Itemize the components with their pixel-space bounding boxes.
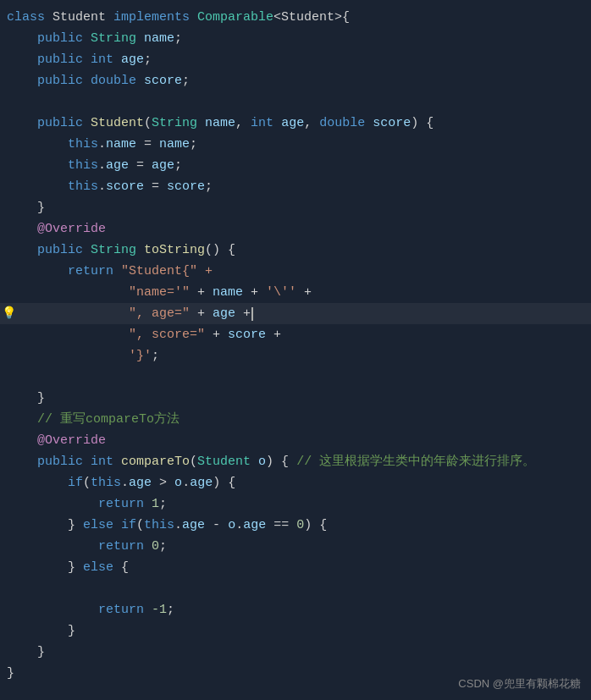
token (7, 410, 37, 430)
token: ; (190, 135, 197, 155)
token: ; (159, 537, 167, 557)
token: ; (174, 29, 182, 49)
token: "name='" (129, 283, 197, 303)
token: . (98, 177, 106, 197)
token (7, 156, 68, 176)
token: ( (83, 473, 91, 493)
token: ; (182, 71, 190, 91)
token: ( (136, 515, 144, 536)
token: ) { (304, 515, 327, 536)
token: > (152, 473, 174, 493)
token: score (144, 71, 182, 91)
token: age (213, 304, 243, 324)
token: age (129, 473, 152, 493)
token: String (91, 240, 144, 261)
token: ", score=" (129, 325, 213, 345)
token: ( (144, 113, 152, 134)
token: int (251, 113, 281, 134)
token: public (37, 452, 91, 472)
token: + (243, 304, 251, 324)
token: else (83, 558, 113, 578)
token: } (7, 621, 75, 642)
token: ; (144, 50, 152, 70)
token: } (7, 664, 14, 684)
token: } (68, 558, 83, 578)
token: "Student{" + (121, 262, 213, 282)
code-line (0, 91, 591, 113)
token: ; (159, 494, 167, 515)
token: '\'' (266, 283, 296, 303)
token: Comparable (197, 8, 273, 28)
token (7, 71, 37, 91)
code-line: @Override (0, 218, 591, 240)
token: int (91, 50, 121, 70)
token (7, 113, 37, 134)
token: name (106, 135, 136, 155)
code-line: 💡 ", age=" + age + (0, 303, 591, 324)
token (7, 177, 68, 197)
code-line: return -1; (0, 599, 591, 620)
token: { (113, 558, 129, 578)
token: name (144, 29, 174, 49)
token: name (213, 283, 243, 303)
token: , (235, 113, 251, 134)
token: ; (152, 346, 159, 367)
token (7, 50, 37, 70)
code-line: this.score = score; (0, 176, 591, 197)
code-line: } else if(this.age - o.age == 0) { (0, 515, 591, 536)
token: toString (144, 240, 205, 261)
token: } (7, 198, 45, 218)
token: score (373, 113, 411, 134)
token: class (7, 8, 52, 28)
token: '}' (129, 346, 152, 367)
token: + (197, 304, 213, 324)
code-line: if(this.age > o.age) { (0, 472, 591, 493)
token (7, 494, 98, 515)
code-line (0, 578, 591, 599)
bulb-icon[interactable]: 💡 (2, 304, 16, 322)
token: Student (52, 8, 113, 28)
token: . (182, 473, 190, 493)
token: 1 (152, 494, 159, 515)
token: -1 (152, 600, 167, 620)
token: o (258, 452, 266, 472)
code-line: public Student(String name, int age, dou… (0, 113, 591, 134)
token: o (174, 473, 182, 493)
token: = (136, 135, 159, 155)
token: public (37, 240, 91, 261)
token: ", age=" (129, 304, 197, 324)
code-line: '}'; (0, 345, 591, 367)
token: . (98, 135, 106, 155)
token (7, 283, 129, 303)
token: score (228, 325, 266, 345)
code-line: @Override (0, 430, 591, 451)
token (7, 219, 37, 240)
code-line: public String toString() { (0, 240, 591, 261)
token: } (7, 389, 45, 409)
token (7, 452, 37, 472)
code-line: } (0, 388, 591, 409)
token: double (91, 71, 144, 91)
token: @Override (37, 431, 106, 451)
token: name (159, 135, 190, 155)
token: ; (205, 177, 213, 197)
token (7, 304, 129, 324)
token (7, 431, 37, 451)
token: return (68, 262, 121, 282)
token: String (152, 113, 205, 134)
token: this (68, 135, 98, 155)
token: this (68, 177, 98, 197)
token: } (7, 642, 45, 663)
token (7, 135, 68, 155)
token (7, 600, 98, 620)
token: . (174, 515, 182, 536)
token: implements (113, 8, 197, 28)
text-cursor (251, 307, 253, 321)
token: 0 (152, 537, 159, 557)
code-line: this.age = age; (0, 155, 591, 176)
code-line: } (0, 642, 591, 663)
token: ( (190, 452, 197, 472)
token: compareTo (121, 452, 190, 472)
token: ) { (266, 452, 296, 472)
token: age (190, 473, 213, 493)
